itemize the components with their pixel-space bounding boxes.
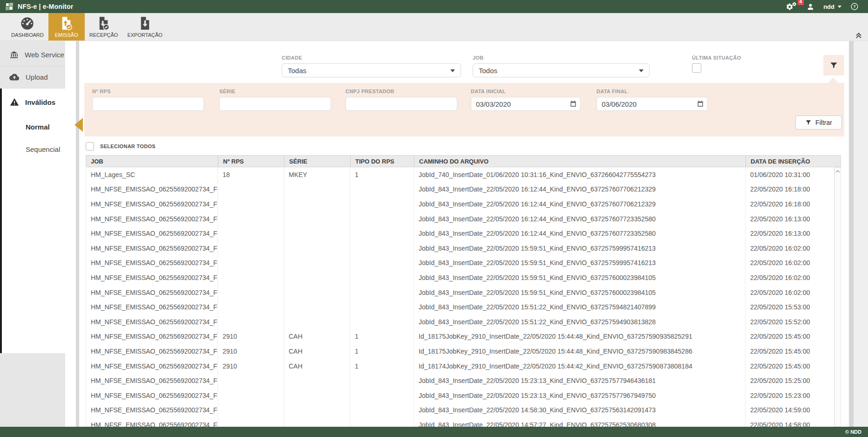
data-inicial-input[interactable] (471, 97, 581, 111)
cell-serie (284, 270, 350, 285)
cell-job: HM_NFSE_EMISSAO_06255692002734_FILI... (86, 344, 218, 359)
serie-input[interactable] (219, 97, 331, 111)
cidade-field: CIDADE Todas (282, 55, 461, 77)
table-row[interactable]: HM_NFSE_EMISSAO_06255692002734_FILI... J… (86, 241, 841, 256)
cell-serie (284, 373, 350, 388)
main-scrollbar[interactable] (849, 41, 854, 427)
sidebar-item-upload[interactable]: Upload (0, 66, 65, 89)
table-row[interactable]: HM_NFSE_EMISSAO_06255692002734_FILI... J… (86, 417, 841, 427)
job-select[interactable]: Todos (473, 63, 650, 77)
cell-tipo (350, 388, 414, 403)
select-all-checkbox[interactable] (86, 142, 94, 150)
user-avatar-button[interactable] (807, 3, 814, 11)
data-final-field: DATA FINAL (597, 89, 708, 111)
table-scrollbar[interactable] (834, 167, 841, 427)
nrps-input[interactable] (92, 97, 204, 111)
cell-job: HM_NFSE_EMISSAO_06255692002734_FILI... (86, 241, 218, 256)
help-button[interactable]: ? (850, 2, 859, 11)
table-row[interactable]: HM_NFSE_EMISSAO_06255692002734_FILI... J… (86, 285, 841, 300)
table-row[interactable]: HM_NFSE_EMISSAO_06255692002734_FILI... J… (86, 226, 841, 241)
cell-rps (218, 197, 284, 212)
cell-tipo (350, 314, 414, 329)
topbar-actions: 4 ndd ? (786, 2, 862, 11)
tab-recepcao[interactable]: RECEPÇÃO (85, 13, 123, 41)
cell-rps (218, 417, 284, 427)
table-row[interactable]: HM_NFSE_EMISSAO_06255692002734_FILI... 2… (86, 329, 841, 344)
table-row[interactable]: HM_NFSE_EMISSAO_06255692002734_FILI... J… (86, 373, 841, 388)
cell-data-insercao: 22/05/2020 16:02:00 (746, 256, 834, 271)
filter-toggle-button[interactable] (823, 55, 844, 75)
table-row[interactable]: HM_NFSE_EMISSAO_06255692002734_FILI... 2… (86, 344, 841, 359)
document-upload-check-icon (61, 15, 72, 30)
document-download-icon (139, 15, 151, 30)
cell-data-insercao: 22/05/2020 15:52:00 (746, 314, 834, 329)
column-header-rps[interactable]: Nº RPS (218, 156, 285, 167)
active-item-marker (75, 118, 83, 132)
cell-serie: CAH (284, 329, 350, 344)
tab-emissao[interactable]: EMISSÃO (48, 13, 85, 41)
results-table: JOB Nº RPS SÉRIE TIPO DO RPS CAMINHO DO … (86, 155, 841, 427)
cell-tipo (350, 403, 414, 418)
filtrar-button[interactable]: Filtrar (795, 116, 842, 130)
cell-rps (218, 270, 284, 285)
cell-rps (218, 373, 284, 388)
cell-job: HM_NFSE_EMISSAO_06255692002734_FILI... (86, 388, 218, 403)
cloud-upload-icon (9, 73, 20, 81)
cell-caminho: Id_18175JobKey_2910_InsertDate_22/05/202… (414, 344, 746, 359)
sidebar-item-web-service[interactable]: Web Service (0, 44, 65, 66)
column-header-serie[interactable]: SÉRIE (285, 156, 351, 167)
collapse-tabbar-button[interactable] (855, 31, 862, 39)
table-row[interactable]: HM_NFSE_EMISSAO_06255692002734_FILI... J… (86, 212, 841, 226)
cell-serie (284, 388, 350, 403)
cell-rps (218, 212, 284, 226)
cell-tipo (350, 226, 414, 241)
cell-serie (284, 182, 350, 197)
calendar-icon[interactable] (697, 100, 704, 108)
table-row[interactable]: HM_NFSE_EMISSAO_06255692002734_FILI... J… (86, 270, 841, 285)
sidebar-item-invalidos[interactable]: Inválidos (2, 89, 65, 116)
ultima-situacao-checkbox[interactable] (692, 63, 701, 73)
cell-data-insercao: 22/05/2020 15:23:00 (746, 388, 834, 403)
table-row[interactable]: HM_Lages_SC 18 MKEY 1 JobId_740_InsertDa… (86, 167, 841, 182)
document-download-check-icon (98, 15, 109, 30)
column-header-tipo[interactable]: TIPO DO RPS (351, 156, 414, 167)
settings-button[interactable]: 4 (786, 2, 798, 11)
cell-data-insercao: 01/06/2020 10:31:00 (746, 167, 834, 182)
cell-serie (284, 403, 350, 418)
cell-rps (218, 403, 284, 418)
table-row[interactable]: HM_NFSE_EMISSAO_06255692002734_FILI... J… (86, 314, 841, 329)
table-row[interactable]: HM_NFSE_EMISSAO_06255692002734_FILI... J… (86, 300, 841, 314)
tab-label: DASHBOARD (11, 32, 44, 38)
cell-serie: MKEY (284, 167, 350, 182)
table-row[interactable]: HM_NFSE_EMISSAO_06255692002734_FILI... 2… (86, 359, 841, 374)
cell-data-insercao: 22/05/2020 15:53:00 (746, 300, 834, 314)
cell-rps: 2910 (218, 329, 284, 344)
tab-dashboard[interactable]: DASHBOARD (7, 13, 48, 41)
table-row[interactable]: HM_NFSE_EMISSAO_06255692002734_FILI... J… (86, 182, 841, 197)
table-row[interactable]: HM_NFSE_EMISSAO_06255692002734_FILI... J… (86, 256, 841, 271)
bank-icon (9, 50, 19, 59)
cell-data-insercao: 22/05/2020 16:18:00 (746, 182, 834, 197)
cell-job: HM_NFSE_EMISSAO_06255692002734_FILI... (86, 197, 218, 212)
column-header-data-insercao[interactable]: DATA DE INSERÇÃO (746, 156, 841, 167)
user-icon (807, 3, 814, 11)
column-header-job[interactable]: JOB (86, 156, 218, 167)
user-menu[interactable]: ndd (823, 3, 841, 10)
tab-exportacao[interactable]: EXPORTAÇÃO (122, 13, 167, 41)
cell-data-insercao: 22/05/2020 15:45:00 (746, 344, 834, 359)
data-final-input[interactable] (597, 97, 708, 111)
table-row[interactable]: HM_NFSE_EMISSAO_06255692002734_FILI... J… (86, 197, 841, 212)
column-header-caminho[interactable]: CAMINHO DO ARQUIVO (414, 156, 746, 167)
sidebar-splitter[interactable] (76, 41, 79, 427)
cell-data-insercao: 22/05/2020 16:02:00 (746, 285, 834, 300)
sidebar-item-label: Upload (26, 73, 48, 81)
sidebar-item-sequencial[interactable]: Sequencial (2, 138, 65, 160)
table-row[interactable]: HM_NFSE_EMISSAO_06255692002734_FILI... J… (86, 403, 841, 418)
calendar-icon[interactable] (570, 100, 577, 108)
job-value: Todos (479, 67, 497, 75)
cnpj-input[interactable] (346, 97, 457, 111)
table-row[interactable]: HM_NFSE_EMISSAO_06255692002734_FILI... J… (86, 388, 841, 403)
cidade-select[interactable]: Todas (282, 63, 461, 77)
cell-tipo (350, 285, 414, 300)
sidebar-item-normal[interactable]: Normal (2, 116, 65, 138)
